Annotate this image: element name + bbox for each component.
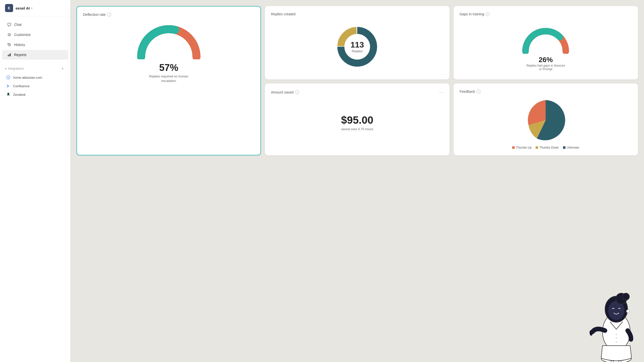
svg-point-12 (608, 301, 624, 320)
svg-point-6 (8, 77, 9, 78)
replies-created-title: Replies created (271, 12, 443, 16)
integrations-header[interactable]: ▾ Integrations + (5, 66, 65, 71)
svg-point-19 (616, 334, 617, 335)
replies-sub: Replies (350, 49, 364, 53)
feedback-pie-chart: Thumbs Up Thumbs Down Unknown (460, 98, 632, 149)
svg-point-20 (616, 337, 617, 339)
chat-icon (7, 22, 12, 27)
deflection-rate-card: Deflection rate i 57% Replies required n… (76, 6, 261, 155)
amount-sub: saved over 4.75 hours (341, 127, 374, 131)
integration-confluence[interactable]: Confluence (5, 82, 65, 90)
mascot-illustration (589, 272, 644, 362)
svg-point-15 (626, 310, 629, 313)
org-name: eesel AI (16, 6, 30, 10)
thumbsup-label: Thumbs Up (516, 146, 532, 149)
unknown-dot (563, 146, 566, 149)
org-avatar: E (5, 4, 13, 12)
integration-atlassian[interactable]: home.atlassian.com (5, 73, 65, 82)
chevron-down-integrations-icon: ▾ (5, 67, 7, 70)
reports-icon (7, 53, 12, 57)
atlassian-icon (6, 75, 11, 80)
amount-info-icon: i (295, 90, 299, 94)
org-header[interactable]: E eesel AI ▾ (0, 0, 70, 16)
gaps-gauge-chart: 26% Replies had gaps in Sources or Promp… (460, 20, 632, 73)
amount-menu-icon[interactable]: ⋯ (439, 89, 444, 95)
zendesk-icon (6, 92, 11, 97)
svg-point-0 (9, 34, 10, 35)
chevron-down-icon: ▾ (31, 7, 32, 10)
main-content: Replies created 113 Replies (70, 0, 644, 362)
amount-value: $95.00 (341, 114, 373, 126)
integrations-label: Integrations (8, 67, 24, 70)
svg-point-13 (616, 293, 627, 304)
sidebar-item-history[interactable]: History (2, 40, 68, 50)
thumbsdown-label: Thumbs Down (539, 146, 559, 149)
sidebar-item-chat[interactable]: Chat (2, 20, 68, 29)
thumbsdown-dot (536, 146, 538, 149)
atlassian-label: home.atlassian.com (13, 76, 42, 79)
svg-point-16 (601, 353, 631, 362)
sidebar-item-reports[interactable]: Reports (2, 50, 68, 60)
gaps-sub: Replies had gaps in Sources or Prompt (526, 64, 566, 71)
feedback-card: Feedback i (454, 83, 638, 155)
feedback-info-icon: i (476, 89, 480, 94)
legend-thumbsdown: Thumbs Down (536, 146, 559, 149)
gaps-percent: 26% (520, 56, 571, 64)
history-icon (7, 42, 12, 47)
svg-rect-3 (9, 54, 10, 56)
svg-rect-4 (10, 53, 11, 56)
sidebar-item-customize[interactable]: Customize (2, 30, 68, 39)
svg-rect-18 (618, 361, 621, 362)
confluence-label: Confluence (13, 84, 30, 88)
svg-point-21 (616, 341, 617, 343)
svg-point-1 (8, 33, 11, 36)
deflection-percent: 57% (83, 62, 254, 73)
deflection-gauge-chart: 57% Replies required no human escalation (83, 24, 254, 83)
svg-rect-2 (8, 55, 9, 56)
sidebar-nav: Chat Customize History (0, 16, 70, 63)
add-integration-button[interactable]: + (60, 66, 65, 71)
integration-zendesk[interactable]: Zendesk (5, 90, 65, 99)
gaps-in-training-card: Gaps in training i 26% Rep (454, 6, 638, 79)
sidebar-item-chat-label: Chat (14, 23, 22, 27)
confluence-icon (6, 84, 11, 88)
deflection-sub: Replies required no human escalation (144, 74, 194, 83)
sidebar: E eesel AI ▾ Chat Customize (0, 0, 70, 362)
legend-thumbsup: Thumbs Up (512, 146, 532, 149)
svg-point-9 (602, 313, 630, 351)
sidebar-item-history-label: History (14, 43, 25, 47)
svg-rect-17 (611, 361, 614, 362)
legend-unknown: Unknown (563, 146, 579, 149)
svg-point-11 (605, 296, 628, 322)
feedback-legend: Thumbs Up Thumbs Down Unknown (512, 146, 579, 149)
deflection-info-icon: i (107, 13, 111, 17)
replies-created-card: Replies created 113 Replies (265, 6, 449, 79)
customize-icon (7, 32, 12, 37)
replies-donut-chart: 113 Replies (271, 20, 443, 73)
cards-grid: Replies created 113 Replies (76, 6, 638, 155)
svg-point-14 (622, 293, 629, 300)
sidebar-item-reports-label: Reports (14, 53, 26, 57)
amount-saved-title: Amount saved i ⋯ (271, 89, 443, 95)
integrations-section: ▾ Integrations + home.atlassian.com Co (0, 64, 70, 101)
amount-saved-card: Amount saved i ⋯ $95.00 saved over 4.75 … (265, 83, 449, 155)
feedback-title: Feedback i (460, 89, 632, 94)
svg-rect-10 (604, 346, 629, 349)
unknown-label: Unknown (567, 146, 579, 149)
gaps-info-icon: i (486, 12, 490, 16)
thumbsup-dot (512, 146, 515, 149)
zendesk-label: Zendesk (13, 93, 26, 97)
gaps-title: Gaps in training i (460, 12, 632, 16)
replies-number: 113 (350, 40, 364, 49)
deflection-title: Deflection rate i (83, 13, 254, 17)
sidebar-item-customize-label: Customize (14, 33, 31, 37)
amount-display: $95.00 saved over 4.75 hours (271, 99, 443, 146)
